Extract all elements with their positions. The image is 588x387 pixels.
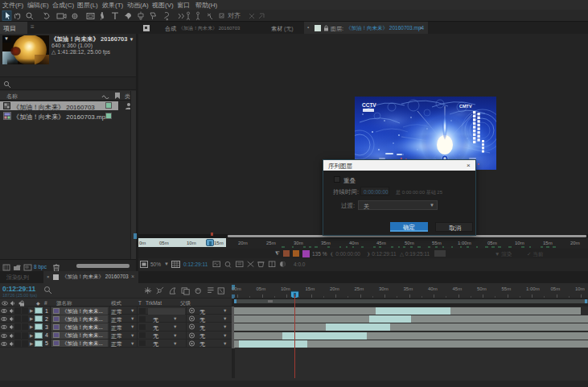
svg-text:CMTV: CMTV bbox=[459, 104, 472, 109]
svg-text:CCTV: CCTV bbox=[362, 102, 376, 108]
